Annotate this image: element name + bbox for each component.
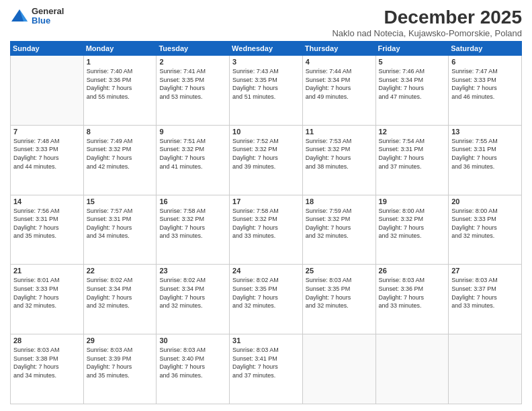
calendar-cell: 2Sunrise: 7:41 AMSunset: 3:35 PMDaylight… xyxy=(157,56,230,126)
day-number: 26 xyxy=(379,267,446,275)
day-number: 23 xyxy=(159,267,226,275)
calendar-cell: 22Sunrise: 8:02 AMSunset: 3:34 PMDayligh… xyxy=(83,265,157,334)
calendar-header-friday: Friday xyxy=(375,42,449,56)
calendar-week-2: 7Sunrise: 7:48 AMSunset: 3:33 PMDaylight… xyxy=(11,125,522,195)
day-info: Sunrise: 8:01 AMSunset: 3:33 PMDaylight:… xyxy=(13,276,81,310)
day-info: Sunrise: 7:59 AMSunset: 3:32 PMDaylight:… xyxy=(306,207,373,240)
day-info: Sunrise: 7:40 AMSunset: 3:36 PMDaylight:… xyxy=(87,67,154,101)
title-block: December 2025 Naklo nad Notecia, Kujawsk… xyxy=(332,7,522,38)
calendar-cell: 9Sunrise: 7:51 AMSunset: 3:32 PMDaylight… xyxy=(157,125,230,195)
calendar-header-sunday: Sunday xyxy=(11,42,84,56)
header: General Blue December 2025 Naklo nad Not… xyxy=(10,7,522,38)
day-number: 7 xyxy=(13,128,81,136)
day-info: Sunrise: 7:49 AMSunset: 3:32 PMDaylight:… xyxy=(87,137,154,171)
calendar-cell: 14Sunrise: 7:56 AMSunset: 3:31 PMDayligh… xyxy=(11,195,84,265)
calendar-table: SundayMondayTuesdayWednesdayThursdayFrid… xyxy=(10,41,522,404)
day-number: 10 xyxy=(232,128,300,136)
calendar-cell: 24Sunrise: 8:02 AMSunset: 3:35 PMDayligh… xyxy=(230,265,303,334)
logo-general: General xyxy=(32,7,64,16)
day-info: Sunrise: 8:03 AMSunset: 3:41 PMDaylight:… xyxy=(232,346,300,379)
calendar-header-row: SundayMondayTuesdayWednesdayThursdayFrid… xyxy=(11,42,522,56)
day-info: Sunrise: 8:02 AMSunset: 3:34 PMDaylight:… xyxy=(87,276,154,310)
calendar-cell: 18Sunrise: 7:59 AMSunset: 3:32 PMDayligh… xyxy=(302,195,375,265)
logo: General Blue xyxy=(10,7,64,26)
day-number: 21 xyxy=(13,267,81,275)
calendar-cell: 7Sunrise: 7:48 AMSunset: 3:33 PMDaylight… xyxy=(11,125,84,195)
calendar-cell: 4Sunrise: 7:44 AMSunset: 3:34 PMDaylight… xyxy=(302,56,375,126)
day-number: 11 xyxy=(306,128,373,136)
day-info: Sunrise: 8:03 AMSunset: 3:39 PMDaylight:… xyxy=(87,346,154,379)
calendar-cell xyxy=(449,334,522,404)
day-info: Sunrise: 7:43 AMSunset: 3:35 PMDaylight:… xyxy=(232,67,300,101)
calendar-cell: 16Sunrise: 7:58 AMSunset: 3:32 PMDayligh… xyxy=(157,195,230,265)
day-number: 12 xyxy=(379,128,446,136)
day-number: 14 xyxy=(13,197,81,205)
logo-blue: Blue xyxy=(32,16,64,26)
calendar-week-4: 21Sunrise: 8:01 AMSunset: 3:33 PMDayligh… xyxy=(11,265,522,334)
day-info: Sunrise: 7:48 AMSunset: 3:33 PMDaylight:… xyxy=(13,137,81,171)
calendar-cell: 3Sunrise: 7:43 AMSunset: 3:35 PMDaylight… xyxy=(230,56,303,126)
day-number: 18 xyxy=(306,197,373,205)
day-number: 6 xyxy=(451,58,519,66)
day-info: Sunrise: 7:57 AMSunset: 3:31 PMDaylight:… xyxy=(87,207,154,240)
day-info: Sunrise: 7:54 AMSunset: 3:31 PMDaylight:… xyxy=(379,137,446,171)
logo-icon xyxy=(10,7,29,26)
day-info: Sunrise: 7:47 AMSunset: 3:33 PMDaylight:… xyxy=(451,67,519,101)
day-number: 5 xyxy=(379,58,446,66)
calendar-cell: 5Sunrise: 7:46 AMSunset: 3:34 PMDaylight… xyxy=(375,56,449,126)
calendar-cell: 28Sunrise: 8:03 AMSunset: 3:38 PMDayligh… xyxy=(11,334,84,404)
calendar-week-3: 14Sunrise: 7:56 AMSunset: 3:31 PMDayligh… xyxy=(11,195,522,265)
calendar-cell: 15Sunrise: 7:57 AMSunset: 3:31 PMDayligh… xyxy=(83,195,157,265)
location: Naklo nad Notecia, Kujawsko-Pomorskie, P… xyxy=(332,28,522,38)
calendar-cell: 21Sunrise: 8:01 AMSunset: 3:33 PMDayligh… xyxy=(11,265,84,334)
day-number: 9 xyxy=(159,128,226,136)
day-info: Sunrise: 7:44 AMSunset: 3:34 PMDaylight:… xyxy=(306,67,373,101)
calendar-week-5: 28Sunrise: 8:03 AMSunset: 3:38 PMDayligh… xyxy=(11,334,522,404)
day-number: 1 xyxy=(87,58,154,66)
calendar-cell: 1Sunrise: 7:40 AMSunset: 3:36 PMDaylight… xyxy=(83,56,157,126)
calendar-cell xyxy=(302,334,375,404)
calendar-cell xyxy=(375,334,449,404)
calendar-header-wednesday: Wednesday xyxy=(230,42,303,56)
day-number: 20 xyxy=(451,197,519,205)
calendar-header-thursday: Thursday xyxy=(302,42,375,56)
calendar-cell: 31Sunrise: 8:03 AMSunset: 3:41 PMDayligh… xyxy=(230,334,303,404)
day-number: 2 xyxy=(159,58,226,66)
calendar-header-monday: Monday xyxy=(83,42,157,56)
calendar-cell: 6Sunrise: 7:47 AMSunset: 3:33 PMDaylight… xyxy=(449,56,522,126)
day-info: Sunrise: 8:02 AMSunset: 3:34 PMDaylight:… xyxy=(159,276,226,310)
page: General Blue December 2025 Naklo nad Not… xyxy=(0,0,532,411)
day-info: Sunrise: 8:03 AMSunset: 3:35 PMDaylight:… xyxy=(306,276,373,310)
day-info: Sunrise: 7:51 AMSunset: 3:32 PMDaylight:… xyxy=(159,137,226,171)
day-number: 17 xyxy=(232,197,300,205)
calendar-cell: 12Sunrise: 7:54 AMSunset: 3:31 PMDayligh… xyxy=(375,125,449,195)
calendar-cell: 29Sunrise: 8:03 AMSunset: 3:39 PMDayligh… xyxy=(83,334,157,404)
day-info: Sunrise: 8:03 AMSunset: 3:40 PMDaylight:… xyxy=(159,346,226,379)
day-number: 27 xyxy=(451,267,519,275)
month-title: December 2025 xyxy=(332,7,522,28)
day-number: 4 xyxy=(306,58,373,66)
calendar-cell: 30Sunrise: 8:03 AMSunset: 3:40 PMDayligh… xyxy=(157,334,230,404)
calendar-cell xyxy=(11,56,84,126)
day-number: 13 xyxy=(451,128,519,136)
calendar-cell: 17Sunrise: 7:58 AMSunset: 3:32 PMDayligh… xyxy=(230,195,303,265)
calendar-week-1: 1Sunrise: 7:40 AMSunset: 3:36 PMDaylight… xyxy=(11,56,522,126)
day-number: 3 xyxy=(232,58,300,66)
day-info: Sunrise: 7:41 AMSunset: 3:35 PMDaylight:… xyxy=(159,67,226,101)
day-number: 30 xyxy=(159,336,226,345)
day-info: Sunrise: 7:53 AMSunset: 3:32 PMDaylight:… xyxy=(306,137,373,171)
day-number: 19 xyxy=(379,197,446,205)
calendar-header-saturday: Saturday xyxy=(449,42,522,56)
day-info: Sunrise: 8:03 AMSunset: 3:36 PMDaylight:… xyxy=(379,276,446,310)
calendar-cell: 27Sunrise: 8:03 AMSunset: 3:37 PMDayligh… xyxy=(449,265,522,334)
day-info: Sunrise: 7:56 AMSunset: 3:31 PMDaylight:… xyxy=(13,207,81,240)
day-number: 24 xyxy=(232,267,300,275)
day-number: 31 xyxy=(232,336,300,345)
calendar-cell: 13Sunrise: 7:55 AMSunset: 3:31 PMDayligh… xyxy=(449,125,522,195)
day-info: Sunrise: 8:02 AMSunset: 3:35 PMDaylight:… xyxy=(232,276,300,310)
day-number: 8 xyxy=(87,128,154,136)
day-number: 15 xyxy=(87,197,154,205)
day-number: 28 xyxy=(13,336,81,345)
day-info: Sunrise: 8:03 AMSunset: 3:37 PMDaylight:… xyxy=(451,276,519,310)
day-number: 25 xyxy=(306,267,373,275)
